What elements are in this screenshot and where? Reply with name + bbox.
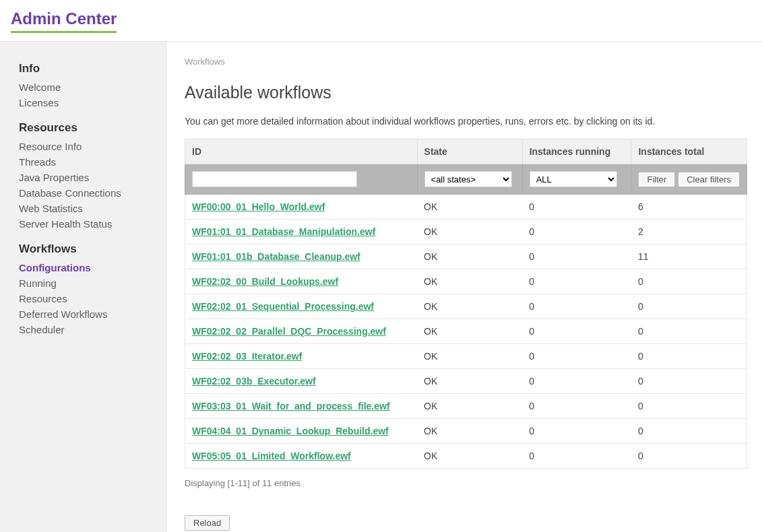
workflow-state: OK <box>417 419 522 444</box>
table-row: WF02:02_03_Iterator.ewfOK00 <box>185 344 747 369</box>
sidebar-item[interactable]: Web Statistics <box>0 201 167 216</box>
sidebar-item[interactable]: Java Properties <box>0 170 167 185</box>
workflow-instances-running: 0 <box>522 269 631 294</box>
col-header-id[interactable]: ID <box>185 139 418 164</box>
table-row: WF02:02_03b_Executor.ewfOK00 <box>185 369 747 394</box>
sidebar-item[interactable]: Threads <box>0 154 167 170</box>
workflow-instances-running: 0 <box>522 344 631 369</box>
header: Admin Center <box>0 0 762 41</box>
col-header-state[interactable]: State <box>417 139 522 164</box>
table-row: WF04:04_01_Dynamic_Lookup_Rebuild.ewfOK0… <box>185 419 747 444</box>
sidebar-group-title: Resources <box>0 113 167 139</box>
table-row: WF02:02_00_Build_Lookups.ewfOK00 <box>185 269 747 294</box>
workflow-instances-total: 0 <box>631 344 747 369</box>
sidebar: InfoWelcomeLicensesResourcesResource Inf… <box>0 42 167 532</box>
sidebar-item[interactable]: Scheduler <box>0 322 167 337</box>
sidebar-item[interactable]: Server Health Status <box>0 216 167 232</box>
workflow-id-link[interactable]: WF02:02_03b_Executor.ewf <box>192 376 316 387</box>
sidebar-item[interactable]: Welcome <box>0 79 167 95</box>
workflow-instances-running: 0 <box>522 195 631 220</box>
filter-running-select[interactable]: ALL <box>530 171 617 187</box>
sidebar-item[interactable]: Resources <box>0 291 167 306</box>
workflow-state: OK <box>417 444 522 469</box>
table-row: WF02:02_01_Sequential_Processing.ewfOK00 <box>185 294 747 319</box>
sidebar-group-title: Info <box>0 54 167 79</box>
filter-state-select[interactable]: <all states> <box>424 171 512 187</box>
workflow-instances-total: 0 <box>631 394 747 419</box>
col-header-total[interactable]: Instances total <box>631 139 747 164</box>
workflow-instances-running: 0 <box>522 294 631 319</box>
table-row: WF03:03_01_Wait_for_and_process_file.ewf… <box>185 394 747 419</box>
workflow-instances-running: 0 <box>522 244 631 269</box>
workflow-state: OK <box>417 294 522 319</box>
col-header-running[interactable]: Instances running <box>522 139 631 164</box>
main-content: Workflows Available workflows You can ge… <box>167 42 762 532</box>
workflow-instances-running: 0 <box>522 444 631 469</box>
workflow-state: OK <box>417 220 522 244</box>
workflow-id-link[interactable]: WF05:05_01_Limited_Workflow.ewf <box>192 451 351 461</box>
sidebar-item[interactable]: Deferred Workflows <box>0 306 167 322</box>
page-description: You can get more detailed information ab… <box>185 116 747 127</box>
table-row: WF05:05_01_Limited_Workflow.ewfOK00 <box>185 444 747 469</box>
filter-button[interactable]: Filter <box>638 172 675 187</box>
table-row: WF02:02_02_Parallel_DQC_Processing.ewfOK… <box>185 319 747 344</box>
workflow-state: OK <box>417 394 522 419</box>
workflow-id-link[interactable]: WF04:04_01_Dynamic_Lookup_Rebuild.ewf <box>192 426 389 436</box>
workflow-instances-total: 2 <box>631 220 747 244</box>
clear-filters-button[interactable]: Clear filters <box>678 172 740 187</box>
sidebar-item[interactable]: Licenses <box>0 95 167 110</box>
workflow-instances-total: 11 <box>631 244 747 269</box>
workflow-id-link[interactable]: WF02:02_01_Sequential_Processing.ewf <box>192 301 374 312</box>
sidebar-group-title: Workflows <box>0 234 167 260</box>
workflow-id-link[interactable]: WF02:02_00_Build_Lookups.ewf <box>192 276 338 287</box>
workflows-table: ID State Instances running Instances tot… <box>185 139 747 469</box>
workflow-state: OK <box>417 244 522 269</box>
workflow-instances-running: 0 <box>522 220 631 244</box>
sidebar-item[interactable]: Resource Info <box>0 139 167 154</box>
table-filter-row: <all states> ALL Filter Clear filters <box>185 164 747 195</box>
table-header-row: ID State Instances running Instances tot… <box>185 139 747 164</box>
sidebar-item[interactable]: Database Connections <box>0 185 167 201</box>
workflow-instances-total: 0 <box>631 319 747 344</box>
workflow-instances-total: 6 <box>631 195 747 220</box>
breadcrumb: Workflows <box>185 57 747 67</box>
workflow-instances-running: 0 <box>522 394 631 419</box>
workflow-id-link[interactable]: WF02:02_02_Parallel_DQC_Processing.ewf <box>192 326 386 337</box>
sidebar-group-list: ConfigurationsRunningResourcesDeferred W… <box>0 260 167 337</box>
workflow-instances-total: 0 <box>631 269 747 294</box>
workflow-state: OK <box>417 369 522 394</box>
workflow-instances-total: 0 <box>631 369 747 394</box>
sidebar-item[interactable]: Running <box>0 275 167 291</box>
workflow-instances-total: 0 <box>631 294 747 319</box>
filter-id-input[interactable] <box>192 171 357 187</box>
workflow-id-link[interactable]: WF01:01_01_Database_Manipulation.ewf <box>192 226 375 237</box>
workflow-instances-total: 0 <box>631 444 747 469</box>
workflow-state: OK <box>417 319 522 344</box>
app-title: Admin Center <box>11 9 117 33</box>
reload-button[interactable]: Reload <box>185 515 230 531</box>
workflow-state: OK <box>417 344 522 369</box>
workflow-state: OK <box>417 269 522 294</box>
page-title: Available workflows <box>185 83 747 102</box>
workflow-state: OK <box>417 195 522 220</box>
sidebar-group-list: Resource InfoThreadsJava PropertiesDatab… <box>0 139 167 232</box>
table-row: WF00:00_01_Hello_World.ewfOK06 <box>185 195 747 220</box>
entries-info: Displaying [1-11] of 11 entries <box>185 478 747 488</box>
sidebar-item[interactable]: Configurations <box>0 260 167 275</box>
table-row: WF01:01_01b_Database_Cleanup.ewfOK011 <box>185 244 747 269</box>
sidebar-group-list: WelcomeLicenses <box>0 79 167 110</box>
workflow-id-link[interactable]: WF01:01_01b_Database_Cleanup.ewf <box>192 251 360 262</box>
workflow-id-link[interactable]: WF03:03_01_Wait_for_and_process_file.ewf <box>192 401 390 411</box>
table-row: WF01:01_01_Database_Manipulation.ewfOK02 <box>185 220 747 244</box>
workflow-id-link[interactable]: WF00:00_01_Hello_World.ewf <box>192 201 325 212</box>
workflow-id-link[interactable]: WF02:02_03_Iterator.ewf <box>192 351 302 362</box>
workflow-instances-total: 0 <box>631 419 747 444</box>
workflow-instances-running: 0 <box>522 369 631 394</box>
workflow-instances-running: 0 <box>522 319 631 344</box>
workflow-instances-running: 0 <box>522 419 631 444</box>
